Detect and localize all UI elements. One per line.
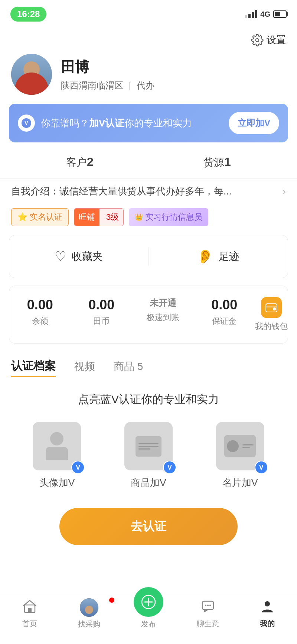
v-cert-title: 点亮蓝V认证你的专业和实力 xyxy=(0,392,297,407)
wallet-icon xyxy=(261,297,282,318)
v-badge-card: V xyxy=(255,461,268,474)
product-v-item: V 商品加V xyxy=(124,422,173,489)
go-cert-button[interactable]: 去认证 xyxy=(59,508,238,545)
nav-mine-label: 我的 xyxy=(260,619,275,629)
settings-label: 设置 xyxy=(267,33,286,46)
svg-point-14 xyxy=(209,605,211,606)
profile-location: 陕西渭南临渭区 | 代办 xyxy=(61,80,286,91)
intro-text: 自我介绍：诚信经营大量供货从事代办好多年，每... xyxy=(11,185,283,198)
stat-customers[interactable]: 客户2 xyxy=(66,155,94,170)
stat-supplies[interactable]: 货源1 xyxy=(203,155,231,170)
main-content: 设置 田博 陕西渭南临渭区 | 代办 V xyxy=(0,26,297,623)
notification-badge xyxy=(108,597,115,603)
chevron-right-icon: › xyxy=(283,186,286,197)
settings-button[interactable]: 设置 xyxy=(251,33,286,46)
battery-icon xyxy=(273,10,287,18)
home-icon xyxy=(23,599,37,616)
product-v-label: 商品加V xyxy=(131,476,166,489)
tag-vip: 👑 实习行情信息员 xyxy=(129,208,208,226)
nav-chat[interactable]: 聊生意 xyxy=(178,599,238,629)
nav-mine[interactable]: 我的 xyxy=(238,599,297,629)
svg-rect-4 xyxy=(266,306,277,307)
add-v-button[interactable]: 立即加V xyxy=(229,112,279,134)
nav-home[interactable]: 首页 xyxy=(0,599,59,629)
stats-row: 客户2 货源1 xyxy=(0,151,297,178)
v-certification-banner[interactable]: V 你靠谱吗？加V认证你的专业和实力 立即加V xyxy=(9,104,288,142)
publish-icon xyxy=(134,587,163,617)
profile-name: 田博 xyxy=(61,58,286,77)
v-cert-section: 点亮蓝V认证你的专业和实力 V 头像加V xyxy=(0,381,297,564)
nav-publish[interactable]: 发布 xyxy=(119,598,178,629)
tabs-row: 认证档案 视频 商品 5 xyxy=(0,351,297,381)
svg-point-13 xyxy=(207,605,209,606)
nav-find-buyer-label: 找采购 xyxy=(78,619,100,629)
nav-publish-label: 发布 xyxy=(141,619,156,629)
avatar-v-icon: V xyxy=(33,422,81,470)
v-badge-product: V xyxy=(163,461,176,474)
v-badge-avatar: V xyxy=(71,461,85,474)
heart-icon: ♡ xyxy=(55,249,66,264)
card-v-label: 名片加V xyxy=(222,476,258,489)
tab-cert[interactable]: 认证档案 xyxy=(11,358,56,377)
nav-chat-label: 聊生意 xyxy=(197,619,219,629)
chat-icon xyxy=(201,599,215,616)
tag-shop: 旺铺 3级 xyxy=(74,208,124,226)
wallet-card: 0.00 余额 0.00 田币 未开通 极速到账 0.00 保证金 xyxy=(9,286,288,344)
go-cert-btn-wrap: 去认证 xyxy=(0,504,297,556)
avatar-v-item: V 头像加V xyxy=(33,422,81,489)
status-time: 16:28 xyxy=(10,7,46,22)
svg-point-5 xyxy=(273,307,276,310)
mine-icon xyxy=(260,599,274,616)
product-v-icon: V xyxy=(124,422,173,470)
nav-home-label: 首页 xyxy=(22,619,37,629)
wallet-express[interactable]: 未开通 极速到账 xyxy=(132,297,194,323)
self-intro[interactable]: 自我介绍：诚信经营大量供货从事代办好多年，每... › xyxy=(0,178,297,204)
nav-find-buyer[interactable]: 找采购 xyxy=(59,598,119,629)
fav-footprint-card: ♡ 收藏夹 👂 足迹 xyxy=(9,235,288,278)
star-icon: ⭐ xyxy=(17,212,27,222)
avatar-v-label: 头像加V xyxy=(39,476,75,489)
footprint-button[interactable]: 👂 足迹 xyxy=(149,235,288,278)
find-buyer-avatar xyxy=(80,598,98,617)
card-v-icon: V xyxy=(216,422,264,470)
profile-info: 田博 陕西渭南临渭区 | 代办 xyxy=(61,58,286,91)
tab-video[interactable]: 视频 xyxy=(74,360,95,376)
card-v-item: V 名片加V xyxy=(216,422,264,489)
crown-icon: 👑 xyxy=(135,213,143,221)
signal-icon xyxy=(245,10,257,18)
bottom-nav: 首页 找采购 发布 xyxy=(0,592,297,644)
v-cert-items: V 头像加V V 商品加V xyxy=(0,422,297,489)
footprint-icon: 👂 xyxy=(197,249,213,264)
svg-rect-7 xyxy=(28,608,32,612)
tags-row: ⭐ 实名认证 旺铺 3级 👑 实习行情信息员 xyxy=(0,204,297,235)
gear-icon xyxy=(251,34,264,46)
wallet-deposit[interactable]: 0.00 保证金 xyxy=(194,297,255,327)
svg-point-12 xyxy=(205,605,206,606)
settings-row: 设置 xyxy=(0,26,297,50)
favorites-button[interactable]: ♡ 收藏夹 xyxy=(9,235,148,278)
tag-realname: ⭐ 实名认证 xyxy=(11,208,69,226)
network-label: 4G xyxy=(260,10,270,19)
wallet-balance[interactable]: 0.00 余额 xyxy=(9,297,71,327)
profile-section: 田博 陕西渭南临渭区 | 代办 xyxy=(0,50,297,104)
wallet-coins[interactable]: 0.00 田币 xyxy=(71,297,133,327)
svg-text:V: V xyxy=(25,120,28,126)
my-wallet-button[interactable]: 我的钱包 xyxy=(255,297,288,332)
status-bar: 16:28 4G xyxy=(0,0,297,26)
v-banner-text: 你靠谱吗？加V认证你的专业和实力 xyxy=(41,117,223,130)
status-icons: 4G xyxy=(245,10,287,19)
v-icon: V xyxy=(18,115,35,132)
svg-point-0 xyxy=(256,38,259,42)
avatar xyxy=(11,54,52,95)
svg-point-15 xyxy=(265,601,270,606)
tab-goods[interactable]: 商品 5 xyxy=(114,360,143,376)
